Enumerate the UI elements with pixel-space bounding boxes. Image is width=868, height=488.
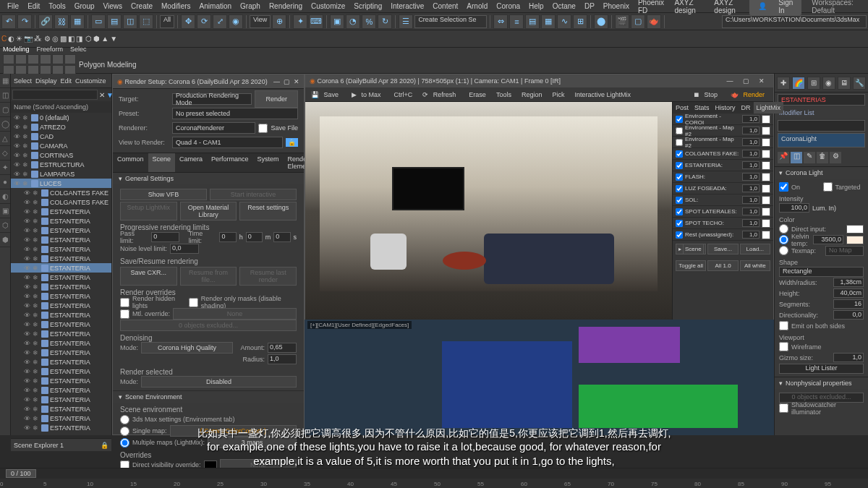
corona-icon[interactable]: C <box>1 35 7 43</box>
visibility-icon[interactable]: 👁 <box>24 415 31 422</box>
object-name-field[interactable]: ESTANTERIAS <box>778 94 865 106</box>
unlink-icon[interactable]: ⛓ <box>54 14 69 29</box>
se-tree-item[interactable]: 👁❄COLGANTES FAKE <box>11 188 111 197</box>
visibility-icon[interactable]: 👁 <box>24 312 31 319</box>
se-tree-item[interactable]: 👁❄ESTANTERIA <box>11 348 111 357</box>
visibility-icon[interactable]: 👁 <box>24 274 31 281</box>
lm-intensity-input[interactable]: 1,0 <box>742 173 760 181</box>
lm-color-swatch[interactable] <box>762 219 770 228</box>
lm-allwhite-button[interactable]: All white <box>740 260 770 271</box>
freeze-icon[interactable]: ❄ <box>22 152 30 159</box>
menu-interactive[interactable]: Interactive <box>386 2 428 10</box>
spinner-snap-icon[interactable]: ↻ <box>378 14 392 29</box>
visibility-icon[interactable]: 👁 <box>24 189 31 197</box>
texmap-radio[interactable] <box>779 246 788 255</box>
hierarchy-panel-icon[interactable]: ⊞ <box>807 77 820 90</box>
lm-intensity-input[interactable]: 1,0 <box>742 115 760 123</box>
visibility-icon[interactable]: 👁 <box>24 265 31 272</box>
direct-color-radio[interactable] <box>779 224 788 234</box>
view-combo[interactable]: Quad 4 - CAM1 <box>172 137 283 148</box>
menu-axyz1[interactable]: AXYZ design <box>670 0 710 14</box>
se-tree-item[interactable]: 👁❄ESTANTERIA <box>11 329 111 338</box>
se-tree-item[interactable]: 👁❄ESTANTERIA <box>11 310 111 320</box>
ltool-icon[interactable]: ✦ <box>0 160 10 175</box>
layers-icon[interactable]: ▤ <box>525 14 540 29</box>
visibility-icon[interactable]: 👁 <box>14 124 21 131</box>
material-editor-icon[interactable]: ⬤ <box>594 14 608 29</box>
visibility-icon[interactable]: 👁 <box>24 406 31 413</box>
ltool-icon[interactable]: ▢ <box>0 103 10 117</box>
visibility-icon[interactable]: 👁 <box>14 180 21 187</box>
lm-enable-checkbox[interactable] <box>676 162 683 169</box>
ribbon-tab-freeform[interactable]: Freeform <box>37 46 64 53</box>
visibility-icon[interactable]: 👁 <box>24 208 31 215</box>
rs-tab-performance[interactable]: Performance <box>207 153 253 172</box>
texmap-slot[interactable]: No Map <box>825 246 864 256</box>
lm-color-swatch[interactable] <box>762 138 770 147</box>
freeze-icon[interactable]: ❄ <box>22 133 30 140</box>
modify-panel-icon[interactable]: 🌈 <box>792 77 805 90</box>
remove-mod-icon[interactable]: 🗑 <box>817 152 828 163</box>
ltool-icon[interactable]: △ <box>0 132 10 146</box>
keyboard-icon[interactable]: ⌨ <box>309 14 323 29</box>
se-tree-item[interactable]: 👁❄CAD <box>11 132 111 141</box>
maximize-icon[interactable]: ▢ <box>284 78 290 85</box>
pin-stack-icon[interactable]: 📌 <box>778 152 789 163</box>
move-icon[interactable]: ✥ <box>181 14 195 29</box>
kelvin-input[interactable]: 3500,0 <box>813 235 843 244</box>
targeted-checkbox[interactable] <box>823 182 833 192</box>
lm-enable-checkbox[interactable] <box>676 150 683 158</box>
select-icon[interactable]: ▭ <box>91 14 106 29</box>
freeze-icon[interactable]: ❄ <box>33 396 40 403</box>
save-cxr-button[interactable]: Save CXR... <box>120 267 177 286</box>
vfb-minimize-icon[interactable]: — <box>723 77 737 85</box>
vfb-save-button[interactable]: 💾 Save <box>308 91 344 98</box>
se-tree-item[interactable]: 👁❄ESTANTERIA <box>11 320 111 329</box>
rs-titlebar[interactable]: ◉ Render Setup: Corona 6 (DailyBuild Apr… <box>113 74 304 89</box>
mirror-icon[interactable]: ⇔ <box>493 14 508 29</box>
tool5-icon[interactable]: ◨ <box>76 35 82 43</box>
lm-intensity-input[interactable]: 1,0 <box>742 196 760 204</box>
env-max-radio[interactable] <box>120 415 129 424</box>
se-tree-item[interactable]: 👁❄COLGANTES FAKE <box>11 197 111 207</box>
time-m-input[interactable]: 0 <box>246 232 263 242</box>
curve-editor-icon[interactable]: ∿ <box>557 14 571 29</box>
se-tree-item[interactable]: 👁❄ESTANTERIA <box>11 235 111 244</box>
lm-color-swatch[interactable] <box>762 207 770 216</box>
freeze-icon[interactable]: ❄ <box>22 171 30 178</box>
freeze-icon[interactable]: ❄ <box>33 255 40 262</box>
menu-views[interactable]: Views <box>99 2 127 10</box>
emit-both-checkbox[interactable] <box>779 321 788 330</box>
visibility-icon[interactable]: 👁 <box>24 218 31 225</box>
ltool-icon[interactable]: ▦ <box>0 74 10 88</box>
close-icon[interactable]: ✕ <box>294 78 299 85</box>
vfb-refresh-button[interactable]: ⟳ Refresh <box>420 91 461 98</box>
ribbon-tab-selection[interactable]: Selec <box>70 46 87 53</box>
tool2-icon[interactable]: ◎ <box>52 35 59 43</box>
lm-intensity-input[interactable]: 1,0 <box>742 138 760 146</box>
lm-enable-checkbox[interactable] <box>676 127 683 134</box>
lm-save-button[interactable]: Save... <box>707 244 738 254</box>
freeze-icon[interactable]: ❄ <box>33 349 40 356</box>
signin-button[interactable]: 👤Sign In <box>749 0 801 15</box>
tool4-icon[interactable]: ◧ <box>68 35 75 43</box>
menu-graph[interactable]: Graph <box>236 2 265 10</box>
tool3-icon[interactable]: ▩ <box>60 35 67 43</box>
lock-view-icon[interactable]: 🔒 <box>286 138 298 147</box>
freeze-icon[interactable]: ❄ <box>33 208 40 215</box>
configure-icon[interactable]: ⚙ <box>830 152 841 163</box>
se-search-input[interactable] <box>12 90 98 100</box>
menu-tools[interactable]: Tools <box>44 2 69 10</box>
mtl-override-slot[interactable]: None <box>173 308 297 320</box>
undo-icon[interactable]: ↶ <box>1 14 16 29</box>
se-tree-item[interactable]: 👁❄ESTANTERIA <box>11 338 111 348</box>
lm-intensity-input[interactable]: 1,0 <box>742 219 760 227</box>
rs-tab-scene[interactable]: Scene <box>148 153 176 172</box>
freeze-icon[interactable]: ❄ <box>33 236 40 244</box>
se-menu-edit[interactable]: Edit <box>61 77 72 85</box>
visibility-icon[interactable]: 👁 <box>14 161 21 168</box>
ribbon-tab-modeling[interactable]: Modeling <box>3 46 30 53</box>
vfb-lightmix-combo[interactable]: Interactive LightMix <box>571 91 634 98</box>
lm-load-button[interactable]: Load... <box>740 244 770 254</box>
lm-enable-checkbox[interactable] <box>676 116 683 123</box>
